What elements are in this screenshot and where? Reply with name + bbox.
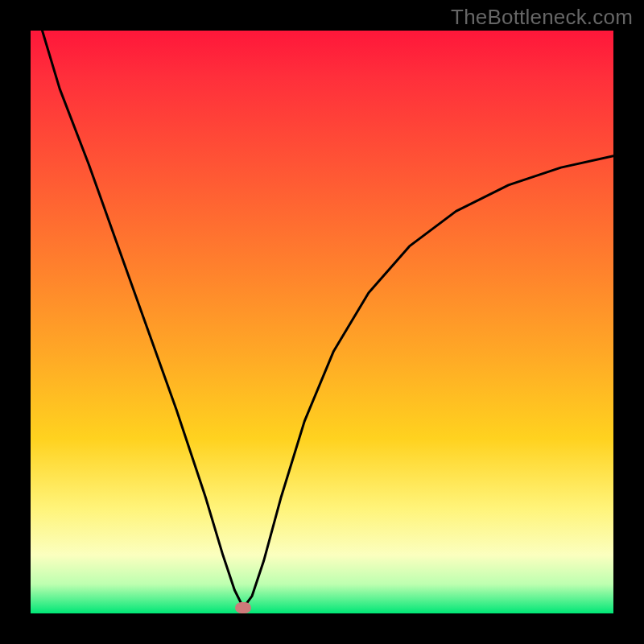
optimal-point-marker: [235, 602, 251, 613]
chart-plot-area: [31, 31, 613, 613]
bottleneck-curve: [31, 31, 613, 613]
watermark-text: TheBottleneck.com: [451, 5, 633, 30]
